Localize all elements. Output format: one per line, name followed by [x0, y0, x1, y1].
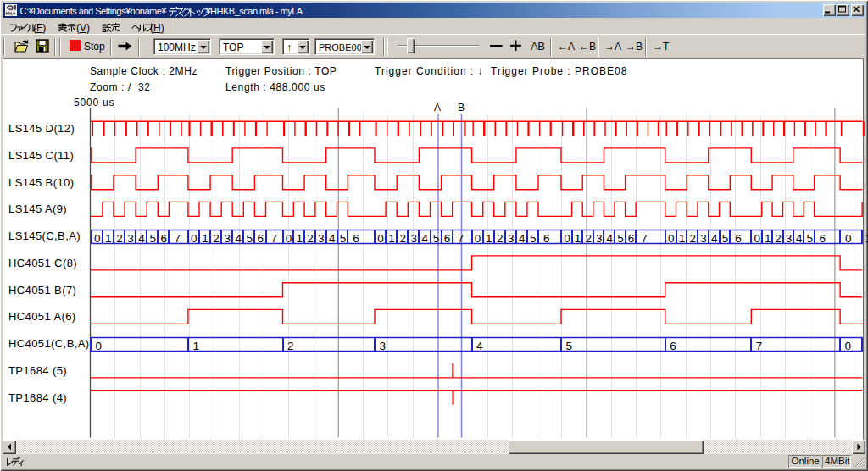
svg-text:2: 2: [775, 232, 782, 245]
svg-text:3: 3: [318, 232, 325, 245]
svg-text:2: 2: [585, 232, 592, 245]
svg-text:3: 3: [786, 232, 793, 245]
svg-text:4: 4: [138, 232, 145, 245]
svg-text:1: 1: [105, 232, 112, 245]
svg-text:1: 1: [202, 232, 209, 245]
svg-text:0: 0: [94, 232, 101, 245]
svg-text:2: 2: [287, 340, 294, 352]
svg-text:7: 7: [174, 232, 181, 245]
svg-text:7: 7: [271, 232, 278, 245]
svg-text:0: 0: [668, 232, 675, 245]
svg-text:2: 2: [307, 232, 314, 245]
svg-text:0: 0: [475, 232, 481, 245]
svg-text:0: 0: [564, 232, 570, 245]
svg-text:6: 6: [444, 232, 451, 245]
svg-text:4: 4: [422, 232, 429, 245]
svg-text:3: 3: [224, 232, 231, 245]
svg-text:1: 1: [575, 232, 581, 245]
svg-text:6: 6: [258, 232, 264, 245]
svg-text:5: 5: [530, 232, 537, 245]
svg-text:6: 6: [735, 232, 742, 245]
svg-text:1: 1: [765, 232, 771, 245]
svg-text:1: 1: [679, 232, 686, 245]
svg-text:6: 6: [161, 232, 168, 245]
svg-text:5: 5: [566, 340, 573, 352]
svg-text:7: 7: [458, 232, 465, 245]
svg-text:0: 0: [191, 232, 198, 245]
svg-text:0: 0: [286, 232, 292, 245]
svg-text:0: 0: [377, 232, 384, 245]
svg-text:6: 6: [353, 232, 359, 245]
svg-text:3: 3: [127, 232, 134, 245]
svg-text:3: 3: [596, 232, 603, 245]
svg-text:6: 6: [820, 232, 826, 245]
svg-text:0: 0: [845, 340, 852, 352]
svg-text:4: 4: [711, 232, 718, 245]
svg-text:5: 5: [806, 232, 813, 245]
svg-text:2: 2: [399, 232, 406, 245]
svg-text:5: 5: [247, 232, 253, 245]
svg-text:7: 7: [756, 340, 763, 352]
svg-text:1: 1: [388, 232, 395, 245]
svg-text:2: 2: [213, 232, 220, 245]
svg-text:7: 7: [641, 232, 648, 245]
svg-text:4: 4: [519, 232, 526, 245]
svg-text:5: 5: [340, 232, 347, 245]
svg-text:5: 5: [433, 232, 440, 245]
svg-text:1: 1: [297, 232, 303, 245]
svg-text:1: 1: [486, 232, 492, 245]
svg-text:0: 0: [845, 232, 852, 245]
svg-text:4: 4: [235, 232, 242, 245]
svg-text:1: 1: [865, 232, 868, 245]
svg-text:3: 3: [700, 232, 707, 245]
svg-text:3: 3: [411, 232, 418, 245]
svg-text:2: 2: [116, 232, 123, 245]
svg-text:4: 4: [796, 232, 803, 245]
svg-text:5: 5: [722, 232, 729, 245]
svg-text:6: 6: [670, 340, 676, 352]
svg-text:2: 2: [689, 232, 696, 245]
svg-text:4: 4: [476, 340, 483, 352]
svg-text:4: 4: [329, 232, 336, 245]
svg-text:5: 5: [149, 232, 156, 245]
svg-text:0: 0: [96, 340, 103, 352]
svg-text:5: 5: [617, 232, 624, 245]
svg-text:4: 4: [607, 232, 614, 245]
svg-text:1: 1: [192, 340, 199, 352]
svg-text:2: 2: [497, 232, 504, 245]
svg-text:6: 6: [628, 232, 635, 245]
svg-text:6: 6: [543, 232, 550, 245]
svg-text:0: 0: [754, 232, 761, 245]
svg-text:3: 3: [380, 340, 387, 352]
svg-text:3: 3: [508, 232, 515, 245]
